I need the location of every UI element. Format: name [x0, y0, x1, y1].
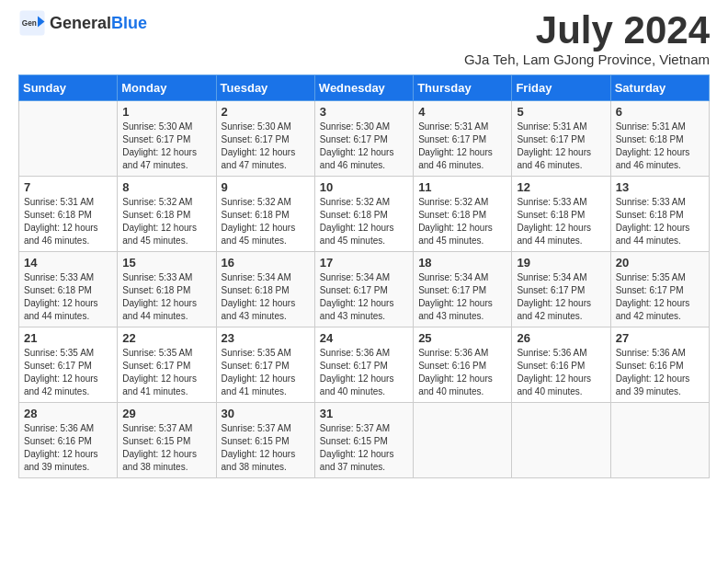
- cell-details: Sunrise: 5:34 AM Sunset: 6:17 PM Dayligh…: [517, 271, 605, 323]
- day-number: 13: [616, 180, 704, 194]
- cell-details: Sunrise: 5:34 AM Sunset: 6:18 PM Dayligh…: [222, 271, 310, 323]
- day-number: 26: [517, 331, 605, 345]
- cell-details: Sunrise: 5:37 AM Sunset: 6:15 PM Dayligh…: [320, 422, 408, 474]
- calendar-week-row: 21Sunrise: 5:35 AM Sunset: 6:17 PM Dayli…: [19, 327, 710, 403]
- day-number: 12: [517, 180, 605, 194]
- page-header: Gen GeneralBlue July 2024 GJa Teh, Lam G…: [18, 9, 710, 67]
- cell-details: Sunrise: 5:32 AM Sunset: 6:18 PM Dayligh…: [222, 196, 310, 247]
- calendar-cell: 24Sunrise: 5:36 AM Sunset: 6:17 PM Dayli…: [314, 327, 413, 403]
- calendar-cell: [512, 403, 610, 478]
- day-number: 18: [418, 256, 506, 270]
- cell-details: Sunrise: 5:35 AM Sunset: 6:17 PM Dayligh…: [616, 271, 704, 323]
- cell-details: Sunrise: 5:36 AM Sunset: 6:16 PM Dayligh…: [616, 347, 704, 398]
- day-number: 10: [320, 180, 408, 194]
- day-number: 9: [222, 180, 310, 194]
- day-number: 5: [517, 105, 605, 119]
- header-day-friday: Friday: [512, 75, 610, 101]
- cell-details: Sunrise: 5:33 AM Sunset: 6:18 PM Dayligh…: [616, 196, 704, 247]
- day-number: 20: [616, 256, 704, 270]
- logo-icon: Gen: [18, 9, 46, 37]
- header-day-thursday: Thursday: [414, 75, 512, 101]
- day-number: 28: [24, 407, 112, 420]
- day-number: 6: [616, 105, 704, 119]
- logo-blue-text: Blue: [111, 14, 147, 32]
- cell-details: Sunrise: 5:32 AM Sunset: 6:18 PM Dayligh…: [320, 196, 408, 247]
- cell-details: Sunrise: 5:31 AM Sunset: 6:17 PM Dayligh…: [517, 121, 605, 172]
- svg-text:Gen: Gen: [22, 19, 37, 28]
- day-number: 29: [122, 407, 210, 420]
- calendar-week-row: 7Sunrise: 5:31 AM Sunset: 6:18 PM Daylig…: [19, 177, 710, 252]
- day-number: 3: [320, 105, 408, 119]
- cell-details: Sunrise: 5:32 AM Sunset: 6:18 PM Dayligh…: [122, 196, 210, 247]
- calendar-cell: 1Sunrise: 5:30 AM Sunset: 6:17 PM Daylig…: [118, 101, 216, 177]
- calendar-week-row: 14Sunrise: 5:33 AM Sunset: 6:18 PM Dayli…: [19, 252, 710, 327]
- day-number: 30: [222, 407, 310, 420]
- cell-details: Sunrise: 5:37 AM Sunset: 6:15 PM Dayligh…: [122, 422, 210, 474]
- day-number: 4: [418, 105, 506, 119]
- day-number: 22: [122, 331, 210, 345]
- calendar-cell: 19Sunrise: 5:34 AM Sunset: 6:17 PM Dayli…: [512, 252, 610, 327]
- day-number: 2: [222, 105, 310, 119]
- calendar-cell: 12Sunrise: 5:33 AM Sunset: 6:18 PM Dayli…: [512, 177, 610, 252]
- cell-details: Sunrise: 5:35 AM Sunset: 6:17 PM Dayligh…: [222, 347, 310, 398]
- calendar-cell: 9Sunrise: 5:32 AM Sunset: 6:18 PM Daylig…: [216, 177, 314, 252]
- day-number: 27: [616, 331, 704, 345]
- cell-details: Sunrise: 5:36 AM Sunset: 6:16 PM Dayligh…: [517, 347, 605, 398]
- title-section: July 2024 GJa Teh, Lam GJong Province, V…: [464, 9, 710, 67]
- calendar-week-row: 28Sunrise: 5:36 AM Sunset: 6:16 PM Dayli…: [19, 403, 710, 478]
- calendar-cell: [414, 403, 512, 478]
- calendar-cell: [610, 403, 709, 478]
- cell-details: Sunrise: 5:32 AM Sunset: 6:18 PM Dayligh…: [418, 196, 506, 247]
- calendar-cell: 14Sunrise: 5:33 AM Sunset: 6:18 PM Dayli…: [19, 252, 118, 327]
- cell-details: Sunrise: 5:36 AM Sunset: 6:16 PM Dayligh…: [24, 422, 112, 474]
- day-number: 16: [222, 256, 310, 270]
- cell-details: Sunrise: 5:30 AM Sunset: 6:17 PM Dayligh…: [122, 121, 210, 172]
- calendar-cell: 22Sunrise: 5:35 AM Sunset: 6:17 PM Dayli…: [118, 327, 216, 403]
- calendar-week-row: 1Sunrise: 5:30 AM Sunset: 6:17 PM Daylig…: [19, 101, 710, 177]
- calendar-cell: [19, 101, 118, 177]
- cell-details: Sunrise: 5:35 AM Sunset: 6:17 PM Dayligh…: [24, 347, 112, 398]
- calendar-cell: 10Sunrise: 5:32 AM Sunset: 6:18 PM Dayli…: [314, 177, 413, 252]
- calendar-cell: 5Sunrise: 5:31 AM Sunset: 6:17 PM Daylig…: [512, 101, 610, 177]
- day-number: 19: [517, 256, 605, 270]
- calendar-cell: 8Sunrise: 5:32 AM Sunset: 6:18 PM Daylig…: [118, 177, 216, 252]
- calendar-cell: 11Sunrise: 5:32 AM Sunset: 6:18 PM Dayli…: [414, 177, 512, 252]
- cell-details: Sunrise: 5:37 AM Sunset: 6:15 PM Dayligh…: [222, 422, 310, 474]
- calendar-cell: 26Sunrise: 5:36 AM Sunset: 6:16 PM Dayli…: [512, 327, 610, 403]
- calendar-cell: 30Sunrise: 5:37 AM Sunset: 6:15 PM Dayli…: [216, 403, 314, 478]
- calendar-cell: 6Sunrise: 5:31 AM Sunset: 6:18 PM Daylig…: [610, 101, 709, 177]
- day-number: 17: [320, 256, 408, 270]
- calendar-cell: 17Sunrise: 5:34 AM Sunset: 6:17 PM Dayli…: [314, 252, 413, 327]
- cell-details: Sunrise: 5:33 AM Sunset: 6:18 PM Dayligh…: [517, 196, 605, 247]
- day-number: 24: [320, 331, 408, 345]
- month-title: July 2024: [464, 9, 710, 52]
- calendar-cell: 20Sunrise: 5:35 AM Sunset: 6:17 PM Dayli…: [610, 252, 709, 327]
- header-day-tuesday: Tuesday: [216, 75, 314, 101]
- calendar-cell: 7Sunrise: 5:31 AM Sunset: 6:18 PM Daylig…: [19, 177, 118, 252]
- calendar-cell: 29Sunrise: 5:37 AM Sunset: 6:15 PM Dayli…: [118, 403, 216, 478]
- day-number: 15: [122, 256, 210, 270]
- calendar-cell: 28Sunrise: 5:36 AM Sunset: 6:16 PM Dayli…: [19, 403, 118, 478]
- calendar-cell: 23Sunrise: 5:35 AM Sunset: 6:17 PM Dayli…: [216, 327, 314, 403]
- header-day-sunday: Sunday: [19, 75, 118, 101]
- calendar-header-row: SundayMondayTuesdayWednesdayThursdayFrid…: [19, 75, 710, 101]
- cell-details: Sunrise: 5:30 AM Sunset: 6:17 PM Dayligh…: [320, 121, 408, 172]
- calendar-cell: 4Sunrise: 5:31 AM Sunset: 6:17 PM Daylig…: [414, 101, 512, 177]
- calendar-cell: 18Sunrise: 5:34 AM Sunset: 6:17 PM Dayli…: [414, 252, 512, 327]
- header-day-monday: Monday: [118, 75, 216, 101]
- logo: Gen GeneralBlue: [18, 9, 147, 37]
- day-number: 7: [24, 180, 112, 194]
- day-number: 1: [122, 105, 210, 119]
- day-number: 11: [418, 180, 506, 194]
- calendar-cell: 2Sunrise: 5:30 AM Sunset: 6:17 PM Daylig…: [216, 101, 314, 177]
- calendar-cell: 27Sunrise: 5:36 AM Sunset: 6:16 PM Dayli…: [610, 327, 709, 403]
- cell-details: Sunrise: 5:34 AM Sunset: 6:17 PM Dayligh…: [418, 271, 506, 323]
- location-subtitle: GJa Teh, Lam GJong Province, Vietnam: [464, 52, 710, 67]
- cell-details: Sunrise: 5:33 AM Sunset: 6:18 PM Dayligh…: [122, 271, 210, 323]
- calendar-table: SundayMondayTuesdayWednesdayThursdayFrid…: [18, 75, 710, 478]
- calendar-cell: 25Sunrise: 5:36 AM Sunset: 6:16 PM Dayli…: [414, 327, 512, 403]
- header-day-saturday: Saturday: [610, 75, 709, 101]
- logo-general: General: [50, 14, 111, 32]
- cell-details: Sunrise: 5:31 AM Sunset: 6:18 PM Dayligh…: [24, 196, 112, 247]
- calendar-cell: 16Sunrise: 5:34 AM Sunset: 6:18 PM Dayli…: [216, 252, 314, 327]
